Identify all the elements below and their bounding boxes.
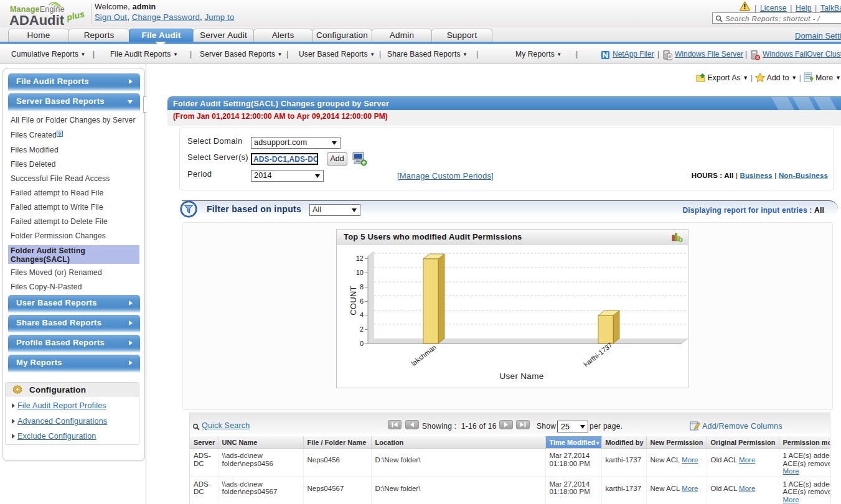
svg-text:12: 12 <box>356 254 364 262</box>
svg-text:10: 10 <box>356 269 364 276</box>
svg-text:lakshman: lakshman <box>410 343 437 367</box>
svg-text:0: 0 <box>360 340 364 347</box>
svg-text:COUNT: COUNT <box>349 286 358 315</box>
svg-text:4: 4 <box>360 311 364 319</box>
svg-text:8: 8 <box>360 283 364 291</box>
svg-text:2: 2 <box>360 325 364 333</box>
svg-text:6: 6 <box>360 297 364 305</box>
svg-text:karthi-1737: karthi-1737 <box>582 341 614 368</box>
svg-text:User Name: User Name <box>500 371 544 381</box>
